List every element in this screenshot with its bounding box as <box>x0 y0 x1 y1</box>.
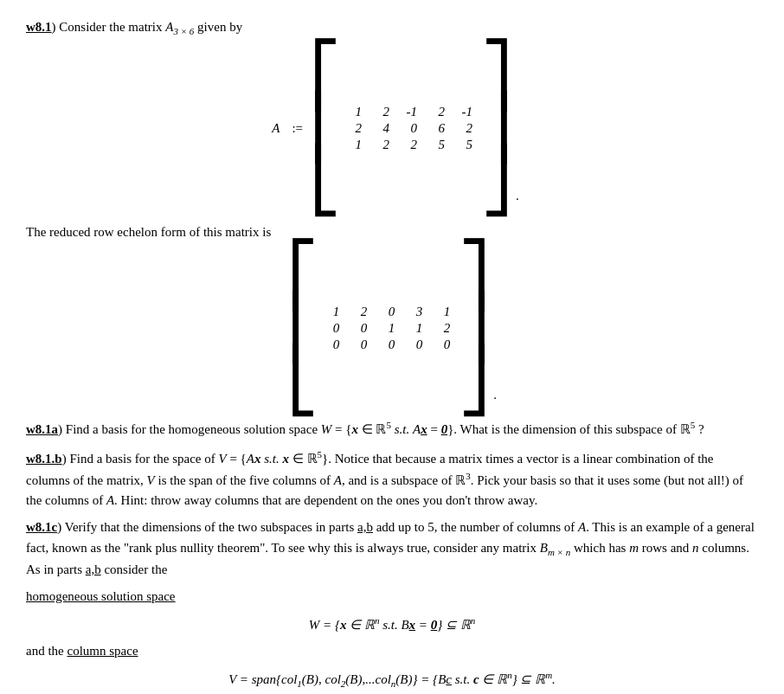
part-a-text: ) Find a basis for the homogeneous solut… <box>58 422 704 436</box>
part-c-title: w8.1c <box>26 520 57 534</box>
part-a-block: w8.1a) Find a basis for the homogeneous … <box>26 418 758 440</box>
cell-a-11: 4 <box>377 121 389 136</box>
matrix-a-grid: 1 2 -1 2 -1 2 4 0 6 2 1 2 2 5 5 <box>341 101 481 156</box>
rref-03: 3 <box>410 305 422 319</box>
rref-23: 0 <box>410 337 422 352</box>
matrix-a-label: A <box>272 121 280 136</box>
w-formula-text: W = {x ∈ ℝn s.t. Bx = 0} ⊆ ℝn <box>309 618 475 632</box>
rref-24: 0 <box>438 337 450 352</box>
period-a: . <box>516 189 519 209</box>
bracket-right-rref: ⎤⎥⎦ <box>459 249 490 408</box>
cell-a-10: 2 <box>350 121 362 136</box>
rref-21: 0 <box>355 337 367 352</box>
cell-a-13: 6 <box>433 121 445 136</box>
problem-header: w8.1) Consider the matrix A3 × 6 given b… <box>26 17 758 39</box>
cell-a-02: -1 <box>405 105 417 119</box>
column-space-label: column space <box>67 644 138 658</box>
and-the-text: and the <box>26 644 67 658</box>
v-formula-text: V = span{col1(B), col2(B),...coln(B)} = … <box>228 672 556 686</box>
rref-13: 1 <box>410 321 422 336</box>
column-space-line: and the column space <box>26 641 758 661</box>
part-c-block: w8.1c) Verify that the dimensions of the… <box>26 517 758 580</box>
cell-a-03: 2 <box>433 105 445 119</box>
cell-a-24: 5 <box>460 138 472 152</box>
cell-a-01: 2 <box>377 105 389 119</box>
homogeneous-solution-space-label: homogeneous solution space <box>26 589 175 603</box>
matrix-a-bracket: ⎡⎢⎣ 1 2 -1 2 -1 2 4 0 6 2 1 2 2 5 5 ⎤⎥⎦ <box>310 49 512 209</box>
part-c-text: ) Verify that the dimensions of the two … <box>26 520 755 575</box>
period-rref: . <box>493 388 497 408</box>
rref-12: 1 <box>382 321 395 336</box>
cell-a-21: 2 <box>377 138 389 152</box>
matrix-a-container: A := ⎡⎢⎣ 1 2 -1 2 -1 2 4 0 6 2 1 2 2 5 5… <box>26 49 758 209</box>
rref-11: 0 <box>355 321 367 336</box>
cell-a-22: 2 <box>405 138 417 152</box>
part-a-title: w8.1a <box>26 422 58 436</box>
rref-00: 1 <box>327 305 339 319</box>
part-b-title: w8.1.b <box>26 452 62 466</box>
bracket-left-a: ⎡⎢⎣ <box>310 49 341 209</box>
rref-intro: The reduced row echelon form of this mat… <box>26 222 758 242</box>
rref-intro-text: The reduced row echelon form of this mat… <box>26 225 271 239</box>
rref-10: 0 <box>327 321 339 336</box>
problem-intro: ) Consider the matrix A3 × 6 given by <box>52 20 243 34</box>
cell-a-04: -1 <box>460 105 472 119</box>
problem-title: w8.1 <box>26 20 52 34</box>
rref-14: 2 <box>438 321 450 336</box>
part-b-text: ) Find a basis for the space of V = {Ax … <box>26 452 743 508</box>
v-formula: V = span{col1(B), col2(B),...coln(B)} = … <box>26 670 758 689</box>
part-b-block: w8.1.b) Find a basis for the space of V … <box>26 447 758 511</box>
cell-a-23: 5 <box>433 138 445 152</box>
bracket-right-a: ⎤⎥⎦ <box>481 49 512 209</box>
assign-symbol: := <box>292 121 303 136</box>
cell-a-12: 0 <box>405 121 417 136</box>
rref-02: 0 <box>382 305 395 319</box>
cell-a-00: 1 <box>350 105 362 119</box>
bracket-left-rref: ⎡⎢⎣ <box>287 249 318 408</box>
rref-grid: 1 2 0 3 1 0 0 1 1 2 0 0 0 0 0 <box>318 301 459 356</box>
rref-01: 2 <box>355 305 367 319</box>
rref-bracket: ⎡⎢⎣ 1 2 0 3 1 0 0 1 1 2 0 0 0 0 0 ⎤⎥⎦ <box>287 249 490 408</box>
cell-a-20: 1 <box>350 138 362 152</box>
w-formula: W = {x ∈ ℝn s.t. Bx = 0} ⊆ ℝn <box>26 615 758 633</box>
rref-22: 0 <box>382 337 395 352</box>
rref-20: 0 <box>327 337 339 352</box>
homogeneous-label-line: homogeneous solution space <box>26 587 758 607</box>
rref-04: 1 <box>438 305 450 319</box>
cell-a-14: 2 <box>460 121 472 136</box>
rref-container: ⎡⎢⎣ 1 2 0 3 1 0 0 1 1 2 0 0 0 0 0 ⎤⎥⎦ . <box>26 249 758 408</box>
